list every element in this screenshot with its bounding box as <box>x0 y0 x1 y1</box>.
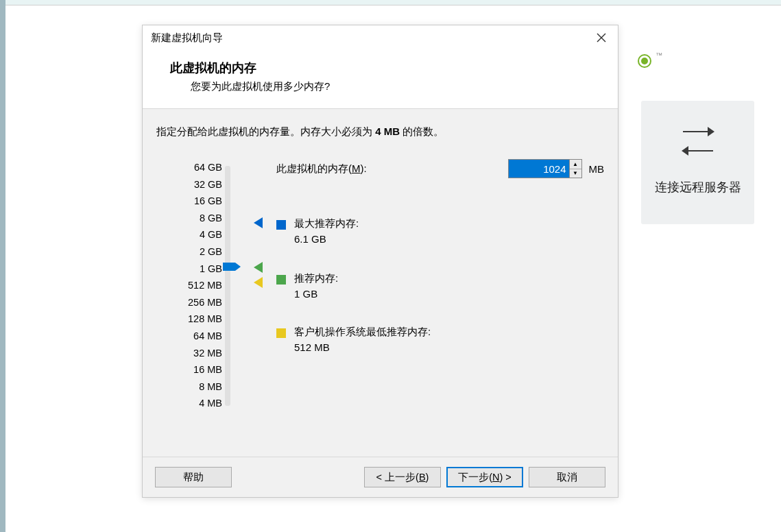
scale-label: 4 MB <box>188 395 222 412</box>
min-color-icon <box>276 328 286 338</box>
spin-up-button[interactable]: ▲ <box>570 160 581 169</box>
max-color-icon <box>276 220 286 230</box>
window-left-border <box>0 0 5 532</box>
scale-label: 512 MB <box>188 277 222 294</box>
instruction-text: 指定分配给此虚拟机的内存量。内存大小必须为 4 MB 的倍数。 <box>156 125 604 138</box>
rec-color-icon <box>276 275 286 285</box>
scale-label: 8 GB <box>188 210 222 227</box>
scale-label: 8 MB <box>188 378 222 396</box>
scale-label: 32 GB <box>188 176 222 193</box>
scale-label: 64 GB <box>188 159 222 176</box>
scale-label: 64 MB <box>188 328 222 345</box>
max-marker-icon <box>254 217 263 228</box>
brand-logo <box>638 51 662 69</box>
scale-label: 4 GB <box>188 226 222 243</box>
memory-spinner[interactable]: ▲ ▼ <box>508 159 582 178</box>
scale-label: 16 GB <box>188 193 222 210</box>
swap-arrows-icon <box>677 130 719 164</box>
scale-label: 256 MB <box>188 294 222 311</box>
max-recommendation: 最大推荐内存: 6.1 GB <box>276 217 359 245</box>
help-button[interactable]: 帮助 <box>155 467 232 487</box>
memory-input[interactable] <box>509 160 569 178</box>
connect-remote-label: 连接远程服务器 <box>655 179 741 195</box>
dialog-titlebar: 新建虚拟机向导 <box>143 25 618 50</box>
back-button[interactable]: < 上一步(B) <box>364 467 441 487</box>
min-marker-icon <box>254 277 263 288</box>
dialog-footer: 帮助 < 上一步(B) 下一步(N) > 取消 <box>143 457 618 497</box>
scale-label: 16 MB <box>188 361 222 378</box>
close-button[interactable] <box>593 29 610 46</box>
scale-label: 128 MB <box>188 311 222 328</box>
dialog-subtitle: 您要为此虚拟机使用多少内存? <box>170 80 599 93</box>
min-recommendation: 客户机操作系统最低推荐内存: 512 MB <box>276 326 431 353</box>
spin-down-button[interactable]: ▼ <box>570 169 581 178</box>
slider-track[interactable] <box>225 166 230 406</box>
connect-remote-card[interactable]: 连接远程服务器 <box>641 101 754 224</box>
memory-scale[interactable]: 64 GB32 GB16 GB8 GB4 GB2 GB1 GB512 MB256… <box>156 159 232 443</box>
scale-label: 1 GB <box>188 261 222 278</box>
recommendation-markers <box>232 159 276 443</box>
dialog-heading: 此虚拟机的内存 <box>170 60 599 76</box>
next-button[interactable]: 下一步(N) > <box>446 467 523 487</box>
dialog-title: 新建虚拟机向导 <box>151 32 593 45</box>
cancel-button[interactable]: 取消 <box>529 467 605 487</box>
memory-unit: MB <box>589 163 605 175</box>
dialog-header: 此虚拟机的内存 您要为此虚拟机使用多少内存? <box>143 50 618 109</box>
scale-label: 2 GB <box>188 243 222 261</box>
rec-marker-icon <box>254 262 263 273</box>
dialog-body: 指定分配给此虚拟机的内存量。内存大小必须为 4 MB 的倍数。 64 GB32 … <box>143 109 618 457</box>
recommended-memory: 推荐内存: 1 GB <box>276 272 338 300</box>
memory-input-label: 此虚拟机的内存(M): <box>276 162 508 176</box>
scale-label: 32 MB <box>188 345 222 362</box>
new-vm-wizard-dialog: 新建虚拟机向导 此虚拟机的内存 您要为此虚拟机使用多少内存? 指定分配给此虚拟机… <box>142 25 618 498</box>
